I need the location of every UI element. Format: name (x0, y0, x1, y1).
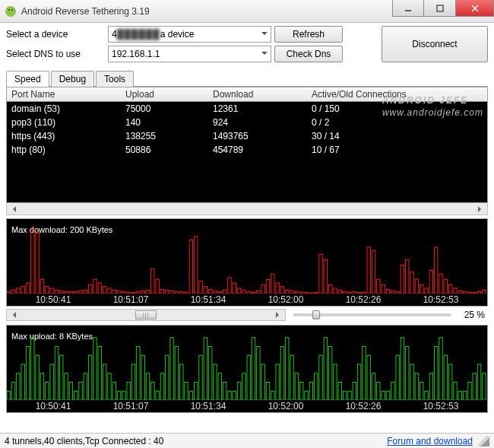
svg-rect-165 (286, 338, 289, 400)
svg-rect-114 (40, 373, 43, 400)
svg-rect-87 (391, 291, 394, 294)
svg-rect-166 (290, 355, 293, 400)
svg-rect-48 (204, 287, 207, 294)
forum-link[interactable]: Forum and download (387, 436, 473, 446)
svg-point-1 (8, 9, 10, 11)
table-row[interactable]: http (80)5088645478910 / 67 (7, 143, 487, 157)
svg-rect-60 (261, 284, 264, 294)
refresh-button[interactable]: Refresh (274, 26, 343, 43)
svg-rect-72 (319, 254, 322, 294)
scroll-left-icon[interactable] (7, 310, 19, 320)
svg-rect-162 (271, 391, 274, 400)
tab-tools[interactable]: Tools (96, 71, 134, 87)
svg-rect-151 (218, 373, 221, 400)
cell-port: http (80) (7, 143, 121, 157)
svg-rect-55 (237, 288, 240, 294)
svg-rect-190 (406, 347, 409, 401)
cell-download: 12361 (208, 102, 307, 116)
svg-rect-115 (46, 383, 49, 401)
svg-rect-120 (69, 383, 72, 401)
header-conn[interactable]: Active/Old Connections (307, 87, 487, 101)
svg-rect-139 (160, 373, 163, 400)
dns-combo[interactable]: 192.168.1.1 (108, 46, 271, 62)
svg-rect-163 (276, 364, 279, 400)
svg-rect-85 (382, 284, 385, 294)
svg-rect-53 (228, 278, 231, 294)
svg-rect-143 (180, 364, 183, 400)
graph-hscroll[interactable] (6, 309, 286, 321)
svg-rect-113 (36, 355, 39, 400)
svg-rect-86 (386, 289, 389, 294)
svg-rect-128 (108, 373, 111, 400)
check-dns-button[interactable]: Check Dns (274, 46, 343, 62)
svg-rect-184 (377, 383, 380, 401)
device-combo[interactable]: 4 ██████ a device (108, 26, 271, 43)
svg-rect-4 (437, 5, 443, 11)
svg-rect-32 (127, 292, 130, 294)
svg-rect-137 (151, 383, 154, 401)
svg-rect-172 (319, 355, 322, 400)
svg-rect-89 (401, 265, 404, 294)
svg-rect-130 (117, 391, 120, 400)
svg-rect-98 (444, 279, 447, 294)
svg-rect-204 (473, 373, 476, 400)
disconnect-button[interactable]: Disconnect (382, 26, 488, 62)
svg-rect-26 (98, 283, 101, 294)
title-bar: Android Reverse Tethering 3.19 (0, 0, 494, 23)
zoom-slider[interactable] (293, 313, 451, 316)
tab-speed[interactable]: Speed (6, 71, 49, 87)
xtick: 10:52:00 (268, 401, 304, 411)
svg-rect-127 (103, 364, 106, 400)
table-row[interactable]: https (443)138255149376530 / 14 (7, 129, 487, 143)
header-download[interactable]: Download (208, 87, 307, 101)
minimize-button[interactable] (392, 0, 424, 17)
xtick: 10:51:34 (191, 294, 226, 305)
port-table-hscroll[interactable] (6, 203, 488, 215)
svg-rect-140 (166, 355, 169, 400)
svg-rect-88 (396, 292, 399, 294)
svg-rect-21 (74, 291, 77, 294)
table-row[interactable]: pop3 (110)1409240 / 2 (7, 116, 487, 129)
svg-rect-108 (11, 383, 14, 401)
xtick: 10:51:07 (113, 401, 149, 411)
svg-rect-175 (334, 364, 337, 400)
svg-rect-181 (363, 347, 366, 401)
svg-rect-126 (98, 347, 101, 401)
svg-rect-129 (112, 383, 116, 401)
svg-rect-201 (458, 391, 461, 400)
tab-debug[interactable]: Debug (51, 71, 94, 87)
header-port[interactable]: Port Name (7, 87, 121, 101)
svg-rect-27 (103, 287, 106, 294)
svg-rect-67 (295, 292, 298, 294)
svg-rect-33 (131, 293, 135, 294)
close-button[interactable] (456, 0, 494, 17)
svg-rect-68 (300, 292, 303, 294)
scroll-right-icon[interactable] (273, 310, 285, 320)
svg-rect-169 (305, 391, 308, 400)
scroll-right-icon[interactable] (475, 203, 487, 214)
cell-upload: 138255 (121, 129, 208, 143)
header-upload[interactable]: Upload (121, 87, 208, 101)
svg-rect-45 (189, 240, 192, 294)
svg-rect-59 (257, 291, 260, 294)
maximize-button[interactable] (424, 0, 456, 17)
status-bar: 4 tunnels,40 clients,Tcp Connected : 40 … (0, 433, 494, 448)
svg-rect-81 (363, 292, 366, 294)
svg-rect-206 (483, 373, 486, 400)
zoom-percent: 25 % (459, 310, 488, 320)
svg-rect-161 (266, 383, 269, 401)
svg-rect-77 (343, 291, 346, 294)
slider-knob[interactable] (312, 310, 320, 319)
svg-rect-174 (328, 347, 331, 401)
svg-rect-101 (458, 291, 461, 294)
scroll-thumb[interactable] (135, 310, 157, 319)
table-row[interactable]: domain (53)75000123610 / 150 (7, 102, 487, 116)
svg-rect-105 (477, 291, 480, 294)
scroll-left-icon[interactable] (7, 203, 19, 214)
resize-grip[interactable] (479, 436, 489, 446)
device-value-suffix: a device (160, 29, 195, 40)
svg-rect-11 (26, 283, 29, 294)
svg-rect-31 (122, 292, 125, 294)
svg-rect-58 (252, 292, 255, 294)
svg-rect-56 (242, 290, 245, 294)
